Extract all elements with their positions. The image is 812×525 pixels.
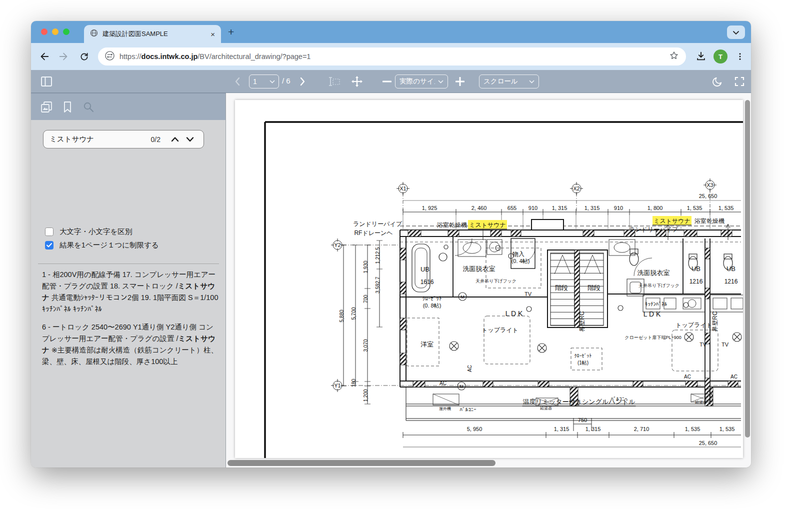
pdf-page[interactable]: X1X2X325, 650Y2Y11, 9252, 4606559101, 31… [235,100,743,458]
drawing-label: 1, 315 [584,205,600,211]
thumbnails-view-button[interactable] [39,100,54,114]
search-result[interactable]: 1 - 相200V用の配線予備 17. コンプレッサー用エアー配管・プラグの設置… [42,269,219,315]
tab-close-icon[interactable]: × [210,30,215,38]
drawing-label: 洗面脱衣室 [638,269,670,276]
thumbnails-icon [40,100,53,114]
chevron-down-icon [270,80,275,84]
drawing-label: 界壁RC [712,311,718,332]
drawing-label: X1 [400,186,406,192]
zoom-window-button[interactable] [63,28,70,35]
drawing-label: 洋室 [420,340,434,348]
drawing-label: 1, 535 [685,426,700,432]
scroll-mode-select[interactable]: スクロール [479,74,539,88]
vertical-scrollbar[interactable] [745,100,750,438]
zoom-out-button[interactable] [380,74,394,89]
drawing-label: ｸﾛｰｾﾞｯﾄ [574,353,592,358]
chevron-right-icon [300,77,306,86]
drawing-label: ﾊﾞﾙｺﾆｰ [460,406,476,412]
address-bar[interactable]: https://docs.intwk.co.jp/BV/architectura… [98,48,686,66]
drawing-label: L D K [644,310,661,318]
search-icon [82,101,94,113]
drawing-label: クローゼット扉下端PL+900 [624,335,681,340]
sidebar-toggle-button[interactable] [39,74,54,89]
reload-button[interactable] [77,50,91,64]
limit-results-checkbox[interactable] [45,241,54,250]
new-tab-button[interactable]: + [228,26,234,38]
drawing-label: Y1 [334,382,340,388]
drawing-label: 1, 535 [718,205,734,211]
match-case-checkbox[interactable] [45,228,54,236]
drawing-label: 3,070 [363,339,368,352]
browser-tab[interactable]: 建築設計図面SAMPLE × [84,25,221,43]
navigation-bar: https://docs.intwk.co.jp/BV/architectura… [31,43,751,70]
drawing-label: 1,930 [363,260,368,273]
site-info-icon[interactable] [105,51,114,62]
drawing-label: 5,700 [351,307,356,320]
text-select-tool-button[interactable] [327,74,342,89]
drawing-label: 洗面脱衣室 [463,265,496,272]
bookmark-star-icon[interactable] [669,50,679,62]
tab-search-button[interactable] [727,26,745,39]
hand-tool-button[interactable] [350,74,364,89]
search-result[interactable]: 6 - ートロック 2540〜2690 Y1通り側 Y2通り側 コンプレッサー用… [42,322,219,368]
drawing-label: 温度リミッター付きシングルハンドル [523,398,636,406]
drawing-label: 天井吊り下げフック [476,278,516,284]
browser-menu-button[interactable] [733,50,747,64]
drawing-label: (0. 8帖) [423,302,442,308]
download-button[interactable] [694,50,708,64]
match-case-option[interactable]: 大文字・小文字を区別 [45,227,132,236]
download-icon [696,51,706,62]
drawing-label: 給湯器 [695,400,707,404]
drawing-label: (1帖) [578,360,588,366]
drawing-label: 25, 650 [699,193,718,199]
chevron-up-icon [171,136,179,142]
limit-results-option[interactable]: 結果を1ページ１つに制限する [45,240,159,250]
drawing-label: UB [692,265,700,272]
outline-view-button[interactable] [60,100,75,114]
drawing-label: 屋外機 [439,406,451,411]
drawing-label: ランドリーパイプ [353,220,402,228]
zoom-in-button[interactable] [452,74,468,89]
drawing-label: 物入 [512,250,524,258]
previous-page-button[interactable] [230,74,245,89]
drawing-label: トップライト [482,326,518,334]
limit-results-label: 結果を1ページ１つに制限する [60,240,159,250]
horizontal-scrollbar[interactable] [228,460,496,466]
check-icon [46,243,52,248]
drawing-label: 750 [578,417,587,423]
forward-button[interactable] [57,50,71,64]
drawing-label: TV [722,342,729,348]
pan-move-icon [351,76,363,88]
drawing-label: 700 [363,294,368,303]
minimize-window-button[interactable] [52,28,58,35]
drawing-label: RFドレーンヘ [354,230,392,236]
page-number-input[interactable]: 1 [249,74,279,88]
find-input[interactable]: ミストサウナ 0/2 [43,130,204,148]
pdf-toolbar: 1 / 6 実際のサイズ スクロール [31,70,751,93]
drawing-label: TV [700,342,707,348]
drawing-label: ミストサウナ [654,218,690,224]
next-page-button[interactable] [295,74,310,89]
drawing-label: ｷｯﾁﾝﾊﾟﾈﾙ [645,301,668,307]
drawing-label: 天井吊り下げフック [638,283,680,288]
dark-mode-button[interactable] [710,74,725,89]
zoom-select[interactable]: 実際のサイズ [395,74,448,88]
search-view-button[interactable] [81,100,96,114]
fullscreen-button[interactable] [732,74,747,89]
drawing-label: 5, 950 [467,426,482,432]
moon-icon [712,76,723,87]
text-select-icon [328,76,341,87]
find-previous-button[interactable] [168,136,182,142]
pdf-viewer-area: X1X2X325, 650Y2Y11, 9252, 4606559101, 31… [226,93,751,468]
drawing-label: ランドリーパイプ [629,226,678,233]
drawing-label: 3,592.7 [375,276,380,294]
drawing-label: X2 [573,186,580,192]
profile-avatar[interactable]: T [714,50,728,64]
tab-title: 建築設計図面SAMPLE [102,30,206,38]
search-results-list: 1 - 相200V用の配線予備 17. コンプレッサー用エアー配管・プラグの設置… [42,269,219,374]
close-window-button[interactable] [41,28,48,35]
drawing-label: UB [420,266,430,273]
back-button[interactable] [37,50,51,64]
drawing-label: X3 [706,182,713,188]
find-next-button[interactable] [182,136,198,142]
